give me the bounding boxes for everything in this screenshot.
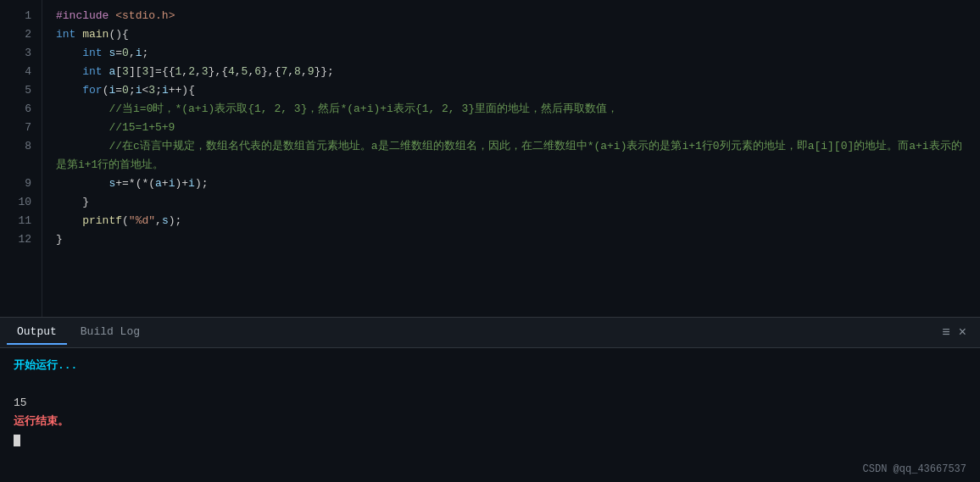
code-line-6: //当i=0时，*(a+i)表示取{1, 2, 3}，然后*(a+i)+i表示{… [42,100,980,119]
code-line-7: //15=1+5+9 [42,119,980,137]
output-cursor-line [14,431,966,450]
line-num-10: 10 [0,193,42,212]
line-num-12: 12 [0,230,42,249]
code-container: 1 2 3 4 5 6 7 8 9 10 11 12 #include <std… [0,0,980,317]
code-line-12: } [42,230,980,249]
tab-output[interactable]: Output [7,320,67,345]
bottom-panel: Output Build Log ≡ × 开始运行... 15 运行结束。 CS… [0,317,980,482]
tabs-left: Output Build Log [7,320,150,345]
code-line-5: for(i=0;i<3;i++){ [42,81,980,100]
csdn-watermark: CSDN @qq_43667537 [863,463,966,475]
code-line-2: int main(){ [42,25,980,44]
panel-tabs: Output Build Log ≡ × [0,318,980,348]
code-lines: #include <stdio.h> int main(){ int s=0,i… [42,0,980,317]
code-line-11: printf("%d",s); [42,212,980,230]
output-end-text: 运行结束。 [14,413,966,431]
line-num-7: 7 [0,119,42,137]
tab-build-log[interactable]: Build Log [70,320,150,345]
output-start-text: 开始运行... [14,357,966,375]
line-num-6: 6 [0,100,42,119]
code-line-9: s+=*(*(a+i)+i); [42,175,980,193]
line-num-4: 4 [0,63,42,81]
editor-area: 1 2 3 4 5 6 7 8 9 10 11 12 #include <std… [0,0,980,317]
line-num-5: 5 [0,81,42,100]
line-num-1: 1 [0,7,42,25]
line-num-9: 9 [0,175,42,193]
line-numbers: 1 2 3 4 5 6 7 8 9 10 11 12 [0,0,42,317]
output-content: 开始运行... 15 运行结束。 CSDN @qq_43667537 [0,348,980,482]
cursor [14,435,20,446]
panel-menu-icon[interactable]: ≡ × [935,322,973,344]
line-num-8: 8 [0,137,42,156]
code-line-10: } [42,193,980,212]
code-line-1: #include <stdio.h> [42,7,980,25]
line-num-11: 11 [0,212,42,230]
output-empty-line [14,375,966,394]
output-number-text: 15 [14,394,966,413]
code-line-3: int s=0,i; [42,44,980,63]
code-line-8: //在c语言中规定，数组名代表的是数组首元素地址。a是二维数组的数组名，因此，在… [42,137,980,175]
line-num-2: 2 [0,25,42,44]
code-line-4: int a[3][3]={{1,2,3},{4,5,6},{7,8,9}}; [42,63,980,81]
line-num-3: 3 [0,44,42,63]
